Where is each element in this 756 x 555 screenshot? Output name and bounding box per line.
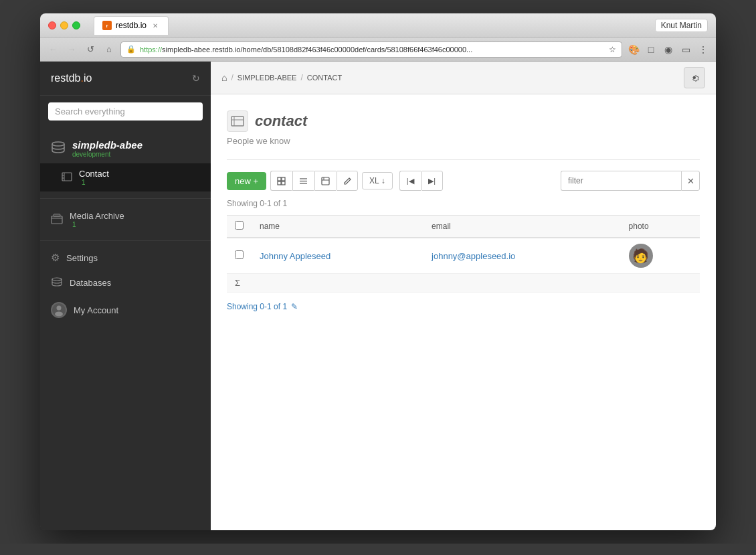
address-text: https://simpledb-abee.restdb.io/home/db/… <box>140 46 605 54</box>
more-icon[interactable]: ⋮ <box>696 42 711 57</box>
url-rest: simpledb-abee.restdb.io/home/db/58108d82… <box>162 46 472 54</box>
sidebar-item-my-account[interactable]: My Account <box>40 295 211 325</box>
svg-point-7 <box>52 278 62 281</box>
palette-icon[interactable]: 🎨 <box>626 42 641 57</box>
svg-rect-14 <box>278 177 281 181</box>
table-row: Johnny Appleseed johnny@appleseed.io 🧑 <box>227 238 700 274</box>
db-header: simpledb-abee development <box>40 134 211 163</box>
db-name-area: simpledb-abee development <box>72 139 143 158</box>
list-view-button[interactable] <box>292 171 314 191</box>
settings-label: Settings <box>66 253 98 263</box>
sidebar-item-databases[interactable]: Databases <box>40 270 211 295</box>
media-archive-icon <box>51 214 63 226</box>
sidebar: restdb.io ↻ Search everything <box>40 62 211 530</box>
select-all-checkbox[interactable] <box>235 221 244 230</box>
sigma-empty-3 <box>621 274 700 293</box>
row-name-cell[interactable]: Johnny Appleseed <box>252 238 423 274</box>
showing-count-bottom: Showing 0-1 of 1 ✎ <box>227 302 700 311</box>
reload-button[interactable]: ↺ <box>83 42 98 57</box>
photo-emoji: 🧑 <box>632 248 649 264</box>
sidebar-db-section: simpledb-abee development C <box>40 127 211 199</box>
back-button[interactable]: ← <box>45 42 60 57</box>
card-view-button[interactable] <box>314 171 336 191</box>
lock-icon: 🔒 <box>126 45 136 54</box>
header-checkbox-col <box>227 216 252 238</box>
page-settings-button[interactable] <box>684 67 705 88</box>
header-name[interactable]: name <box>252 216 423 238</box>
svg-rect-1 <box>62 173 72 181</box>
https-prefix: https:// <box>140 46 162 54</box>
svg-rect-15 <box>282 177 285 181</box>
svg-point-10 <box>55 312 63 317</box>
sidebar-header: restdb.io ↻ <box>40 62 211 96</box>
svg-rect-5 <box>52 216 62 224</box>
breadcrumb: ⌂ / SIMPLEDB-ABEE / CONTACT <box>221 72 342 83</box>
breadcrumb-collection[interactable]: CONTACT <box>307 74 342 82</box>
collection-header: contact <box>227 110 700 132</box>
sidebar-item-settings[interactable]: ⚙ Settings <box>40 245 211 270</box>
cast-icon[interactable]: ▭ <box>678 42 693 57</box>
svg-rect-11 <box>231 116 244 126</box>
new-record-button[interactable]: new + <box>227 172 266 190</box>
addressbar: ← → ↺ ⌂ 🔒 https://simpledb-abee.restdb.i… <box>40 37 716 62</box>
edit-view-button[interactable] <box>337 171 358 191</box>
home-button[interactable]: ⌂ <box>102 42 116 57</box>
collection-icon <box>227 110 248 132</box>
pocket-icon[interactable]: □ <box>644 42 658 57</box>
svg-point-9 <box>57 306 62 311</box>
user-menu-button[interactable]: Knut Martin <box>655 19 708 32</box>
tab-area: r restdb.io ✕ <box>94 16 650 35</box>
star-icon[interactable]: ☆ <box>609 45 616 54</box>
close-button[interactable] <box>48 21 56 29</box>
last-page-button[interactable]: ▶| <box>421 171 443 191</box>
sidebar-media-section: Media Archive 1 <box>40 199 211 241</box>
logo-text: restdb.io <box>51 72 92 84</box>
breadcrumb-db[interactable]: SIMPLEDB-ABEE <box>238 74 297 82</box>
search-placeholder-text: Search everything <box>55 106 125 116</box>
filter-input[interactable] <box>561 171 681 191</box>
sigma-empty-2 <box>423 274 621 293</box>
contact-photo: 🧑 <box>629 244 653 268</box>
db-icon <box>51 141 66 157</box>
databases-icon <box>51 277 63 289</box>
maximize-button[interactable] <box>72 21 80 29</box>
row-email-cell[interactable]: johnny@appleseed.io <box>423 238 621 274</box>
breadcrumb-home-icon[interactable]: ⌂ <box>221 72 227 83</box>
filter-clear-button[interactable]: ✕ <box>681 171 700 191</box>
db-env-text: development <box>72 151 143 158</box>
tab-favicon-icon: r <box>102 21 112 30</box>
row-checkbox-cell <box>227 238 252 274</box>
first-page-button[interactable]: |◀ <box>399 171 421 191</box>
svg-rect-21 <box>322 177 329 185</box>
row-checkbox[interactable] <box>235 250 244 259</box>
photo-avatar-container: 🧑 <box>629 244 692 268</box>
header-divider <box>227 159 700 160</box>
sidebar-item-contact[interactable]: Contact 1 <box>40 163 211 191</box>
tab-close-button[interactable]: ✕ <box>151 21 160 30</box>
table-header-row: name email photo <box>227 216 700 238</box>
refresh-icon[interactable]: ↻ <box>192 73 200 84</box>
filter-group: ✕ <box>561 171 700 191</box>
edit-pagination-icon[interactable]: ✎ <box>291 302 298 311</box>
xl-export-button[interactable]: XL ↓ <box>362 172 393 189</box>
row-photo-cell: 🧑 <box>621 238 700 274</box>
my-account-label: My Account <box>74 305 118 315</box>
showing-bottom-text: Showing 0-1 of 1 <box>227 302 287 311</box>
contact-icon <box>62 172 72 183</box>
search-everything-input[interactable]: Search everything <box>48 102 203 121</box>
header-photo[interactable]: photo <box>621 216 700 238</box>
grid-view-button[interactable] <box>270 171 292 191</box>
content-body: contact People we know new + <box>211 94 716 530</box>
data-toolbar: new + <box>227 171 700 191</box>
sigma-row: Σ <box>227 274 700 293</box>
browser-tab[interactable]: r restdb.io ✕ <box>94 16 169 35</box>
sidebar-item-media-archive[interactable]: Media Archive 1 <box>40 206 211 234</box>
rss-icon[interactable]: ◉ <box>661 42 676 57</box>
address-input[interactable]: 🔒 https://simpledb-abee.restdb.io/home/d… <box>120 42 622 58</box>
main-container: restdb.io ↻ Search everything <box>40 62 716 530</box>
forward-button[interactable]: → <box>64 42 79 57</box>
browser-toolbar-right: 🎨 □ ◉ ▭ ⋮ <box>626 42 711 57</box>
minimize-button[interactable] <box>60 21 68 29</box>
media-archive-label: Media Archive <box>70 211 124 221</box>
header-email[interactable]: email <box>423 216 621 238</box>
